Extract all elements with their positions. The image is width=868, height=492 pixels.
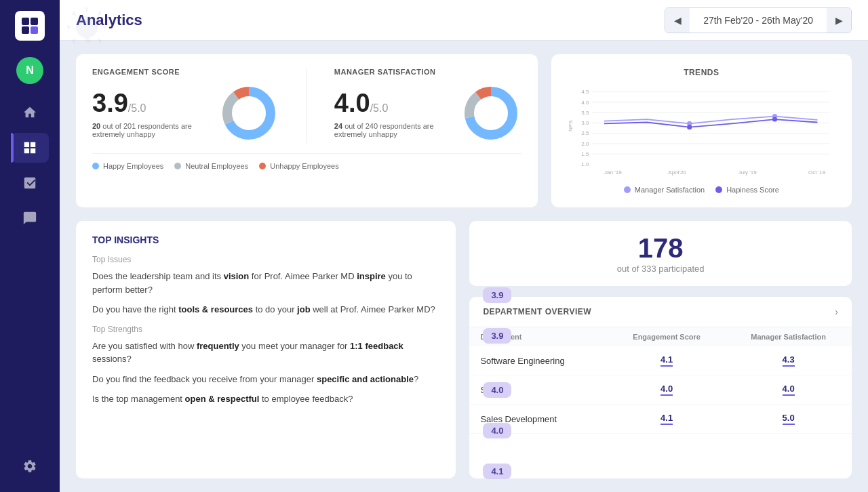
sidebar-item-settings[interactable] [11,451,49,481]
date-navigator: ◀ 27th Feb'20 - 26th May'20 ▶ [665,7,852,33]
svg-text:4.5: 4.5 [581,89,589,95]
top-strengths-label: Top Strengths [92,325,439,334]
svg-text:2.0: 2.0 [581,141,589,147]
manager-satisfaction-section: MANAGER SATISFACTION 4.0/5.0 24 out of 2… [334,68,521,144]
sidebar: N [0,0,60,492]
trends-title: TRENDS [568,68,835,77]
dept-manager: 4.3 [725,346,852,375]
legend-neutral: Neutral Employees [174,162,248,170]
legend-happy: Happy Employees [92,162,163,170]
scores-inner: ENGAGEMENT SCORE 3.9/5.0 20 out of 201 r… [92,68,521,144]
insight-strength-2: Do you find the feedback you receive fro… [92,373,439,386]
department-table: Department Engagement Score Manager Sati… [469,327,852,434]
table-row: Software Engineering 4.1 4.3 [469,346,852,375]
table-row: Sales Development 4.1 5.0 [469,405,852,434]
sidebar-item-reports[interactable] [11,168,49,198]
legend-unhappy: Unhappy Employees [259,162,339,170]
engagement-score-display: 3.9/5.0 [92,89,205,118]
bg-gear-topleft [60,0,114,57]
scores-card: ENGAGEMENT SCORE 3.9/5.0 20 out of 201 r… [76,54,538,207]
top-issues-label: Top Issues [92,255,439,264]
department-title: DEPARTMENT OVERVIEW [483,307,591,316]
table-row: Sales 4.0 4.0 [469,375,852,405]
badge-2: 3.9 [483,328,511,344]
participation-text: out of 333 participated [486,264,835,274]
col-engagement: Engagement Score [608,327,725,346]
manager-denom: /5.0 [370,102,389,114]
scores-divider [307,68,307,144]
date-range-label: 27th Feb'20 - 26th May'20 [690,8,827,33]
svg-text:July '19: July '19 [738,169,757,176]
happy-dot [92,163,99,169]
dept-engagement: 4.1 [608,346,725,375]
insight-strength-3: Is the top management open & respectful … [92,392,439,406]
svg-rect-1 [31,18,38,25]
engagement-label: ENGAGEMENT SCORE [92,68,279,76]
trend-legend-manager: Manager Satisfaction [624,186,705,194]
bottom-row: TOP INSIGHTS Top Issues Does the leaders… [76,221,852,478]
date-next-button[interactable]: ▶ [827,8,851,33]
scores-legend: Happy Employees Neutral Employees Unhapp… [92,153,521,170]
badge-1: 3.9 [483,287,511,303]
engagement-donut [218,83,279,144]
badge-5: 4.1 [483,464,511,479]
svg-rect-0 [22,18,29,25]
manager-score-display: 4.0/5.0 [334,89,447,118]
svg-text:2.5: 2.5 [581,130,589,136]
svg-text:April'20: April'20 [668,169,686,176]
insight-issue-2: Do you have the right tools & resources … [92,303,439,316]
main-content: Analytics ◀ 27th Feb'20 - 26th May'20 ▶ … [60,0,868,492]
neutral-dot [174,163,181,169]
header: Analytics ◀ 27th Feb'20 - 26th May'20 ▶ [60,0,868,41]
manager-main: 4.0/5.0 24 out of 240 respondents are ex… [334,83,521,144]
svg-text:4.0: 4.0 [581,100,589,106]
sidebar-item-messages[interactable] [11,203,49,233]
svg-text:3.5: 3.5 [581,110,589,116]
insight-issue-1: Does the leadership team and its vision … [92,270,439,296]
participation-number: 178 [486,233,835,264]
table-header-row: Department Engagement Score Manager Sati… [469,327,852,346]
svg-point-31 [687,125,692,129]
engagement-info: 20 out of 201 respondents are extremely … [92,122,205,138]
top-row: ENGAGEMENT SCORE 3.9/5.0 20 out of 201 r… [76,54,852,207]
badge-4: 4.0 [483,423,511,438]
svg-text:NPS: NPS [568,120,574,131]
sidebar-item-home[interactable] [11,98,49,127]
svg-rect-3 [31,26,38,34]
manager-label: MANAGER SATISFACTION [334,68,521,76]
svg-rect-2 [22,26,29,34]
svg-text:Jan '19: Jan '19 [604,169,622,176]
engagement-denom: /5.0 [128,102,146,114]
dept-engagement: 4.1 [608,405,725,434]
right-panel: 3.9 3.9 4.0 4.0 4.1 178 out of 333 parti… [469,221,852,478]
trends-chart: 4.5 4.0 3.5 3.0 2.5 2.0 1.5 1.0 NPS Jan … [568,84,835,179]
trends-card: TRENDS 4.5 4.0 3.5 3.0 2.5 2.0 [551,54,852,207]
insight-strength-1: Are you satisfied with how frequently yo… [92,340,439,366]
dept-name: Software Engineering [469,346,608,375]
trend-legend-happiness: Hapiness Score [715,186,779,194]
department-chevron-icon[interactable]: › [835,306,838,317]
manager-score: 4.0 [334,89,370,117]
date-prev-button[interactable]: ◀ [665,8,690,33]
active-indicator [11,133,14,163]
engagement-main: 3.9/5.0 20 out of 201 respondents are ex… [92,83,279,144]
avatar[interactable]: N [16,57,43,84]
content-area: ENGAGEMENT SCORE 3.9/5.0 20 out of 201 r… [60,41,868,492]
manager-info: 24 out of 240 respondents are extremely … [334,122,447,138]
svg-text:3.0: 3.0 [581,120,589,126]
app-logo[interactable] [15,11,45,41]
dept-engagement: 4.0 [608,375,725,405]
participation-card: 178 out of 333 participated [469,221,852,286]
svg-point-33 [772,117,777,121]
badge-3: 4.0 [483,382,511,398]
sidebar-item-dashboard[interactable] [11,133,49,163]
col-manager: Manager Satisfaction [725,327,852,346]
department-header: DEPARTMENT OVERVIEW › [469,297,852,327]
manager-donut [460,83,521,144]
svg-text:1.0: 1.0 [581,161,589,167]
department-card: DEPARTMENT OVERVIEW › Department Engagem… [469,297,852,478]
dept-manager: 4.0 [725,375,852,405]
insights-card: TOP INSIGHTS Top Issues Does the leaders… [76,221,456,478]
dept-manager: 5.0 [725,405,852,434]
happiness-trend-dot [715,186,722,193]
